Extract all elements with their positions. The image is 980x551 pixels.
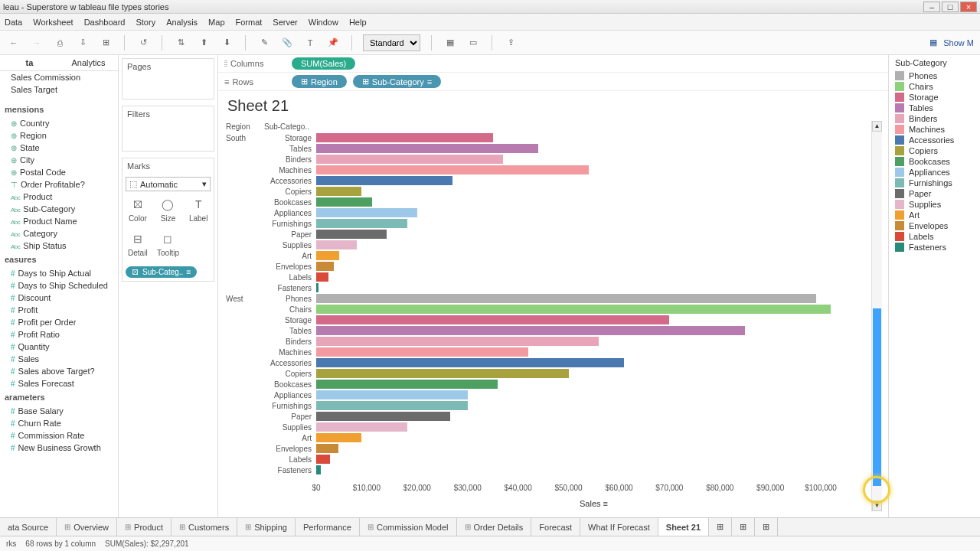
bar-mark[interactable] — [316, 294, 816, 303]
dimension-item[interactable]: City — [0, 154, 118, 166]
sheet-tab[interactable]: ⊞Customers — [172, 518, 237, 536]
bar-mark[interactable] — [316, 369, 569, 378]
bar-mark[interactable] — [316, 208, 417, 217]
menu-server[interactable]: Server — [273, 18, 297, 27]
bar-mark[interactable] — [316, 272, 328, 282]
dimension-item[interactable]: Postal Code — [0, 166, 118, 178]
region-header[interactable]: Region — [224, 121, 263, 132]
close-button[interactable]: × — [960, 2, 977, 12]
subcategory-label[interactable]: Accessories — [263, 359, 316, 367]
subcategory-label[interactable]: Envelopes — [263, 262, 316, 271]
legend-item[interactable]: Appliances — [895, 167, 974, 178]
subcategory-label[interactable]: Paper — [263, 230, 316, 239]
sheet-tab[interactable]: ⊞Order Details — [457, 518, 532, 536]
legend-item[interactable]: Binders — [895, 113, 974, 124]
tooltip-card[interactable]: ◻Tooltip — [153, 229, 184, 263]
undo-icon[interactable]: ↺ — [136, 35, 151, 51]
bar-mark[interactable] — [316, 412, 450, 421]
fit-dropdown[interactable]: Standard — [363, 34, 420, 51]
legend-item[interactable]: Art — [895, 210, 974, 220]
sheet-tab[interactable]: ⊞Product — [117, 518, 172, 536]
measure-item[interactable]: Profit per Order — [0, 316, 118, 328]
measure-item[interactable]: Discount — [0, 292, 118, 304]
parameter-item[interactable]: Base Salary — [0, 405, 118, 417]
subcategory-label[interactable]: Bookcases — [263, 380, 316, 389]
subcategory-label[interactable]: Art — [263, 434, 316, 442]
sort-asc-icon[interactable]: ⬆ — [196, 35, 211, 51]
legend-item[interactable]: Phones — [895, 70, 974, 81]
new-tab-button[interactable]: ⊞ — [732, 518, 755, 536]
subcategory-label[interactable]: Furnishings — [263, 220, 316, 228]
dimension-item[interactable]: State — [0, 142, 118, 154]
detail-card[interactable]: ⊟Detail — [122, 229, 153, 263]
label-card[interactable]: TLabel — [183, 194, 214, 229]
subcategory-label[interactable]: Supplies — [263, 423, 316, 432]
dimension-item[interactable]: Ship Status — [0, 240, 118, 252]
bar-mark[interactable] — [316, 176, 452, 185]
subcategory-label[interactable]: Copiers — [263, 187, 316, 196]
dimension-item[interactable]: Country — [0, 117, 118, 129]
measure-item[interactable]: Profit — [0, 304, 118, 316]
bar-mark[interactable] — [316, 197, 372, 207]
bar-mark[interactable] — [316, 422, 407, 432]
bar-mark[interactable] — [316, 390, 468, 399]
menu-data[interactable]: Data — [5, 18, 22, 27]
bar-mark[interactable] — [316, 380, 498, 389]
bar-mark[interactable] — [316, 358, 624, 367]
menu-worksheet[interactable]: Worksheet — [33, 18, 73, 27]
subcategory-label[interactable]: Machines — [263, 166, 316, 174]
subcategory-label[interactable]: Accessories — [263, 177, 316, 185]
subcategory-label[interactable]: Appliances — [263, 391, 316, 399]
subcategory-label[interactable]: Paper — [263, 412, 316, 421]
subcategory-label[interactable]: Fasteners — [263, 284, 316, 292]
parameter-item[interactable]: Churn Rate — [0, 417, 118, 429]
x-axis-label[interactable]: Sales ≡ — [316, 496, 871, 511]
subcategory-label[interactable]: Supplies — [263, 241, 316, 249]
menu-help[interactable]: Help — [349, 18, 367, 27]
sort-desc-icon[interactable]: ⬇ — [219, 35, 234, 51]
measure-item[interactable]: Sales — [0, 353, 118, 365]
subcategory-label[interactable]: Storage — [263, 316, 316, 324]
measure-item[interactable]: Quantity — [0, 341, 118, 353]
swap-icon[interactable]: ⇅ — [173, 35, 188, 51]
dimension-item[interactable]: Product Name — [0, 215, 118, 227]
rows-pill-sub-category[interactable]: ⊞Sub-Category≡ — [353, 75, 441, 88]
subcategory-label[interactable]: Art — [263, 252, 316, 260]
subcategory-label[interactable]: Chairs — [263, 305, 316, 314]
dimension-item[interactable]: Order Profitable? — [0, 178, 118, 191]
bar-mark[interactable] — [316, 219, 407, 228]
back-icon[interactable]: ← — [6, 35, 21, 51]
legend-item[interactable]: Labels — [895, 231, 974, 242]
pin-icon[interactable]: 📌 — [325, 35, 341, 51]
subcategory-label[interactable]: Tables — [263, 145, 316, 153]
menu-window[interactable]: Window — [309, 18, 338, 27]
cards-icon[interactable]: ▦ — [443, 35, 458, 51]
mark-type-dropdown[interactable]: ⬚Automatic ▾ — [126, 177, 211, 191]
legend-item[interactable]: Chairs — [895, 81, 974, 92]
parameter-item[interactable]: New Business Growth — [0, 442, 118, 454]
menu-story[interactable]: Story — [136, 18, 155, 27]
bar-mark[interactable] — [316, 144, 538, 153]
subcategory-label[interactable]: Binders — [263, 337, 316, 346]
bar-mark[interactable] — [316, 240, 357, 249]
subcategory-label[interactable]: Envelopes — [263, 445, 316, 453]
sheet-title[interactable]: Sheet 21 — [218, 91, 888, 121]
region-label[interactable]: West — [224, 295, 263, 303]
legend-item[interactable]: Bookcases — [895, 156, 974, 167]
show-me-button[interactable]: Show M — [943, 38, 974, 47]
sheet-tab[interactable]: Forecast — [531, 518, 580, 536]
bar-mark[interactable] — [316, 433, 361, 442]
bar-mark[interactable] — [316, 133, 493, 142]
sheet-tab[interactable]: ⊞Shipping — [237, 518, 296, 536]
bar-mark[interactable] — [316, 187, 361, 196]
menu-dashboard[interactable]: Dashboard — [84, 18, 126, 27]
subcategory-label[interactable]: Binders — [263, 155, 316, 164]
scroll-up-icon[interactable]: ▲ — [872, 121, 882, 132]
pages-shelf[interactable]: Pages — [122, 59, 214, 74]
columns-pill-sum-sales[interactable]: SUM(Sales) — [292, 57, 355, 70]
bar-mark[interactable] — [316, 444, 338, 453]
scroll-down-icon[interactable]: ▼ — [872, 500, 882, 511]
legend-item[interactable]: Fasteners — [895, 242, 974, 253]
measure-item[interactable]: Days to Ship Scheduled — [0, 279, 118, 292]
new-sheet-icon[interactable]: ⊞ — [98, 35, 113, 51]
